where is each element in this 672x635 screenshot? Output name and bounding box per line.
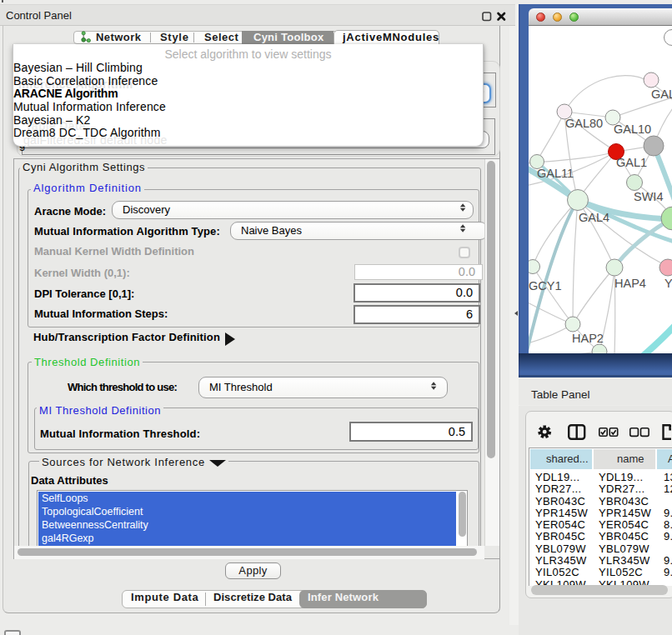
svg-text:GAL10: GAL10: [614, 122, 651, 136]
svg-text:GAL: GAL: [651, 88, 672, 101]
svg-text:GAL1: GAL1: [616, 156, 647, 169]
svg-text:Y: Y: [664, 277, 672, 290]
svg-text:GAL4: GAL4: [579, 211, 609, 224]
svg-text:GAL11: GAL11: [537, 167, 574, 180]
svg-text:GAL80: GAL80: [565, 117, 603, 130]
svg-text:HAP2: HAP2: [572, 332, 604, 345]
svg-text:GCY1: GCY1: [529, 279, 562, 292]
svg-text:HAP4: HAP4: [614, 277, 646, 290]
svg-text:SWI4: SWI4: [634, 190, 663, 203]
